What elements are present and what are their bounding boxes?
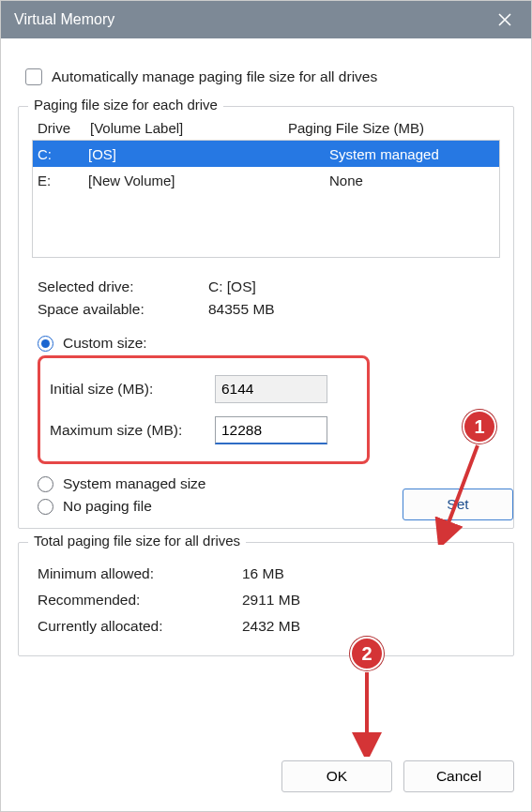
space-available-label: Space available: — [38, 301, 208, 318]
paging-file-legend: Paging file size for each drive — [28, 97, 223, 113]
titlebar: Virtual Memory — [1, 1, 531, 38]
minimum-allowed-label: Minimum allowed: — [38, 565, 242, 582]
drive-letter: E: — [36, 173, 88, 188]
drive-list[interactable]: C: [OS] System managed E: [New Volume] N… — [32, 140, 500, 258]
annotation-badge-2: 2 — [350, 637, 384, 670]
selected-drive-label: Selected drive: — [38, 278, 208, 295]
currently-allocated-value: 2432 MB — [242, 618, 300, 635]
ok-button[interactable]: OK — [281, 760, 392, 792]
window-title: Virtual Memory — [14, 11, 114, 28]
annotation-arrow-2 — [350, 670, 388, 757]
minimum-allowed-value: 16 MB — [242, 565, 284, 582]
selected-drive-value: C: [OS] — [208, 278, 256, 295]
custom-size-label: Custom size: — [63, 335, 147, 352]
close-icon — [498, 13, 511, 26]
svg-line-0 — [444, 445, 478, 535]
drive-volume: [New Volume] — [88, 173, 290, 188]
recommended-value: 2911 MB — [242, 592, 300, 609]
totals-legend: Total paging file size for all drives — [28, 533, 246, 549]
custom-size-radio[interactable] — [38, 336, 53, 352]
drive-row[interactable]: C: [OS] System managed — [33, 141, 499, 167]
drive-paging-size: None — [290, 173, 496, 188]
drive-letter: C: — [36, 146, 88, 162]
header-paging-size: Paging File Size (MB) — [288, 120, 494, 136]
maximum-size-input[interactable] — [215, 416, 327, 444]
drive-volume: [OS] — [88, 146, 290, 162]
cancel-button[interactable]: Cancel — [403, 760, 514, 792]
header-volume-label: [Volume Label] — [90, 120, 288, 136]
no-paging-file-label: No paging file — [63, 498, 152, 515]
header-drive: Drive — [38, 120, 90, 136]
recommended-label: Recommended: — [38, 592, 242, 609]
annotation-arrow-1 — [434, 442, 491, 545]
drive-row[interactable]: E: [New Volume] None — [33, 167, 499, 193]
system-managed-radio[interactable] — [38, 476, 53, 492]
maximum-size-label: Maximum size (MB): — [50, 422, 215, 439]
virtual-memory-dialog: Virtual Memory Automatically manage pagi… — [0, 0, 532, 812]
no-paging-file-radio[interactable] — [38, 499, 53, 515]
custom-size-highlight: Initial size (MB): Maximum size (MB): — [38, 355, 370, 464]
drive-paging-size: System managed — [290, 146, 496, 162]
annotation-badge-1: 1 — [463, 410, 496, 444]
currently-allocated-label: Currently allocated: — [38, 618, 242, 635]
system-managed-label: System managed size — [63, 475, 206, 492]
auto-manage-checkbox[interactable] — [25, 68, 42, 85]
drive-list-header: Drive [Volume Label] Paging File Size (M… — [32, 120, 500, 140]
space-available-value: 84355 MB — [208, 301, 275, 318]
close-button[interactable] — [492, 7, 518, 33]
initial-size-label: Initial size (MB): — [50, 381, 215, 398]
totals-group: Total paging file size for all drives Mi… — [18, 542, 514, 656]
initial-size-input[interactable] — [215, 375, 327, 403]
auto-manage-label: Automatically manage paging file size fo… — [52, 68, 377, 85]
